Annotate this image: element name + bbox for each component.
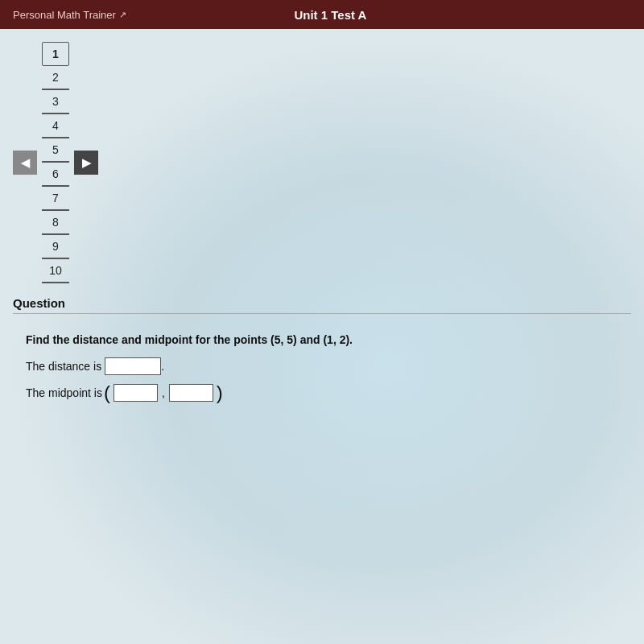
page-number-9[interactable]: 9 (42, 235, 69, 259)
app-header: Personal Math Trainer ↗ Unit 1 Test A (0, 0, 644, 29)
page-number-3[interactable]: 3 (42, 90, 69, 114)
close-paren: ) (217, 383, 223, 402)
app-name-area: Personal Math Trainer ↗ (13, 9, 126, 21)
page-numbers: 12345678910 (42, 42, 69, 283)
prev-page-button[interactable]: ◀ (13, 151, 37, 175)
page-number-10[interactable]: 10 (42, 259, 69, 283)
midpoint-label: The midpoint is (26, 386, 102, 399)
page-number-2[interactable]: 2 (42, 66, 69, 90)
page-number-1[interactable]: 1 (42, 42, 69, 66)
next-page-button[interactable]: ▶ (74, 151, 98, 175)
page-number-6[interactable]: 6 (42, 163, 69, 187)
left-arrow-icon: ◀ (21, 156, 30, 169)
right-arrow-icon: ▶ (82, 156, 91, 169)
distance-input[interactable] (105, 357, 161, 375)
section-label: Question (13, 296, 631, 314)
app-name-label: Personal Math Trainer (13, 9, 116, 21)
page-number-5[interactable]: 5 (42, 138, 69, 163)
comma-separator: , (162, 386, 165, 399)
midpoint-x-input[interactable] (114, 384, 158, 402)
open-paren: ( (104, 383, 110, 402)
page-number-7[interactable]: 7 (42, 187, 69, 211)
page-title: Unit 1 Test A (126, 8, 535, 22)
question-text: Find the distance and midpoint for the p… (26, 333, 623, 346)
midpoint-y-input[interactable] (169, 384, 213, 402)
distance-label: The distance is (26, 360, 101, 373)
question-body: Find the distance and midpoint for the p… (13, 325, 631, 411)
midpoint-row: The midpoint is ( , ) (26, 383, 623, 402)
distance-row: The distance is . (26, 357, 623, 375)
pagination-bar: ◀ 12345678910 ▶ (13, 37, 631, 288)
main-content: ◀ 12345678910 ▶ Question Find the distan… (0, 29, 644, 644)
external-link-icon[interactable]: ↗ (119, 10, 126, 20)
page-number-4[interactable]: 4 (42, 114, 69, 138)
page-number-8[interactable]: 8 (42, 211, 69, 235)
distance-period: . (161, 360, 164, 373)
